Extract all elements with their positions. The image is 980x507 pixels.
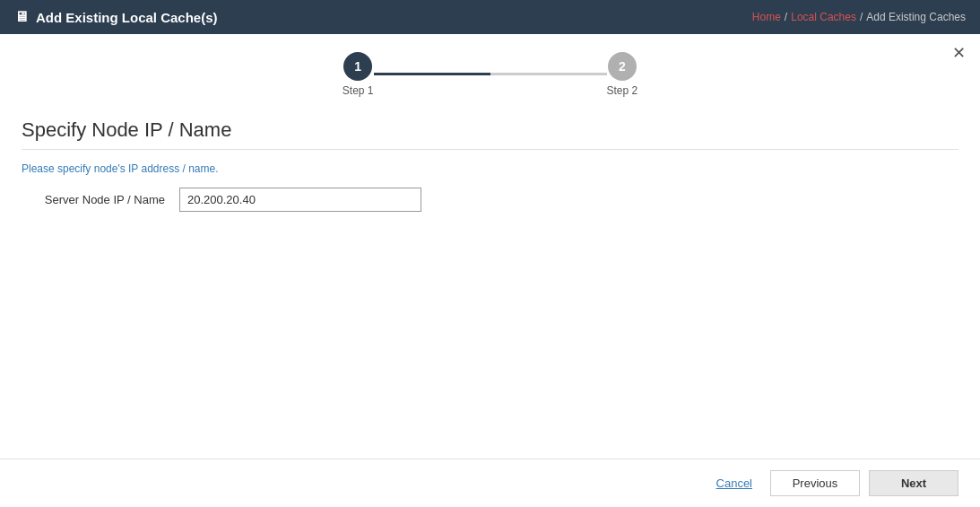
cancel-button[interactable]: Cancel bbox=[707, 471, 761, 495]
title-text: Add Existing Local Cache(s) bbox=[36, 10, 218, 25]
form-row: Server Node IP / Name bbox=[22, 188, 958, 212]
previous-button[interactable]: Previous bbox=[770, 470, 860, 496]
monitor-icon: 🖥 bbox=[14, 9, 29, 25]
step-1-label: Step 1 bbox=[343, 84, 374, 97]
section-divider bbox=[22, 149, 958, 150]
step-2-item: 2 Step 2 bbox=[607, 52, 638, 97]
breadcrumb-sep2: / bbox=[860, 11, 863, 23]
breadcrumb-sep1: / bbox=[785, 11, 787, 23]
step-2-circle: 2 bbox=[608, 52, 637, 81]
breadcrumb-local-caches[interactable]: Local Caches bbox=[791, 11, 856, 23]
top-bar: 🖥 Add Existing Local Cache(s) Home / Loc… bbox=[0, 0, 980, 34]
breadcrumb: Home / Local Caches / Add Existing Cache… bbox=[752, 11, 966, 23]
breadcrumb-home[interactable]: Home bbox=[752, 11, 781, 23]
section-title: Specify Node IP / Name bbox=[22, 118, 958, 142]
stepper: 1 Step 1 2 Step 2 bbox=[22, 52, 958, 97]
next-button[interactable]: Next bbox=[869, 470, 958, 496]
step-1-circle: 1 bbox=[343, 52, 372, 81]
step-2-label: Step 2 bbox=[607, 84, 638, 97]
footer: Cancel Previous Next bbox=[0, 459, 980, 507]
server-node-label: Server Node IP / Name bbox=[22, 193, 165, 206]
page-title: 🖥 Add Existing Local Cache(s) bbox=[14, 9, 218, 25]
main-content: ✕ 1 Step 1 2 Step 2 Specify Node IP / Na… bbox=[0, 34, 980, 459]
step-1-item: 1 Step 1 bbox=[343, 52, 374, 97]
info-text: Please specify node's IP address / name. bbox=[22, 162, 958, 175]
breadcrumb-current: Add Existing Caches bbox=[866, 11, 966, 23]
server-node-input[interactable] bbox=[179, 188, 421, 212]
step-connector bbox=[374, 65, 607, 67]
